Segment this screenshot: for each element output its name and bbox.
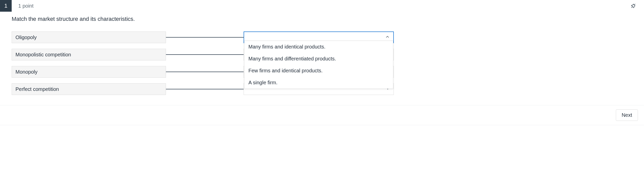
answer-option[interactable]: A single firm. [244,77,393,89]
match-connector [166,72,244,72]
match-connector [166,54,244,55]
term-box: Monopolistic competition [12,49,166,60]
term-box: Monopoly [12,66,166,78]
match-connector [166,37,244,38]
pin-button[interactable] [629,2,638,11]
answer-option[interactable]: Many firms and identical products. [244,41,393,53]
match-connector [166,89,244,89]
question-points: 1 point [18,3,33,9]
question-number-badge: 1 [0,0,12,12]
next-button[interactable]: Next [616,109,638,121]
question-header: 1 1 point [0,0,644,12]
answer-dropdown-panel[interactable]: Many firms and identical products.Many f… [244,41,393,89]
question-footer: Next [0,105,644,125]
answer-option[interactable]: Many firms and differentiated products. [244,53,393,65]
question-container: 1 1 point Match the market structure and… [0,0,644,105]
question-number: 1 [4,3,7,9]
term-box: Oligopoly [12,31,166,43]
question-prompt: Match the market structure and its chara… [12,16,644,22]
pin-icon [630,3,636,10]
answer-option[interactable]: Few firms and identical products. [244,65,393,77]
chevron-up-icon [385,35,390,40]
term-box: Perfect competition [12,83,166,95]
